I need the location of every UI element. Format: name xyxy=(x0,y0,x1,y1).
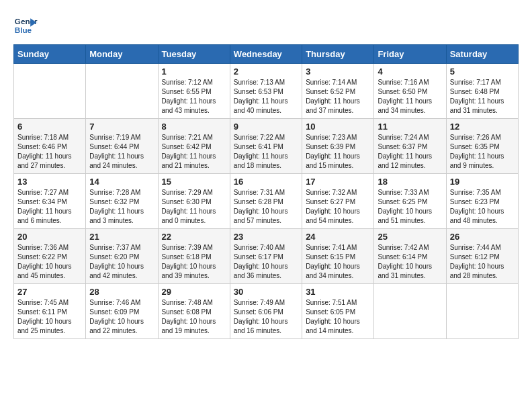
calendar-cell: 12Sunrise: 7:26 AM Sunset: 6:35 PM Dayli… xyxy=(446,119,518,174)
day-number: 1 xyxy=(162,66,226,77)
day-content: Sunrise: 7:12 AM Sunset: 6:55 PM Dayligh… xyxy=(162,78,226,116)
page-header: General Blue xyxy=(13,13,519,38)
day-content: Sunrise: 7:41 AM Sunset: 6:15 PM Dayligh… xyxy=(306,243,370,281)
day-content: Sunrise: 7:40 AM Sunset: 6:17 PM Dayligh… xyxy=(234,243,298,281)
calendar-cell: 27Sunrise: 7:45 AM Sunset: 6:11 PM Dayli… xyxy=(14,284,86,339)
day-content: Sunrise: 7:18 AM Sunset: 6:46 PM Dayligh… xyxy=(17,133,82,171)
day-number: 20 xyxy=(17,232,82,242)
calendar-cell xyxy=(14,64,86,119)
calendar-cell: 29Sunrise: 7:48 AM Sunset: 6:08 PM Dayli… xyxy=(158,284,230,339)
calendar-cell: 25Sunrise: 7:42 AM Sunset: 6:14 PM Dayli… xyxy=(374,229,446,284)
weekday-header-cell: Saturday xyxy=(446,45,518,64)
day-number: 23 xyxy=(234,232,298,242)
day-number: 3 xyxy=(306,66,370,77)
calendar-cell xyxy=(446,284,518,339)
calendar-table: SundayMondayTuesdayWednesdayThursdayFrid… xyxy=(13,44,519,339)
calendar-cell: 22Sunrise: 7:39 AM Sunset: 6:18 PM Dayli… xyxy=(158,229,230,284)
day-content: Sunrise: 7:37 AM Sunset: 6:20 PM Dayligh… xyxy=(89,243,154,281)
calendar-cell: 31Sunrise: 7:51 AM Sunset: 6:05 PM Dayli… xyxy=(302,284,374,339)
calendar-cell: 5Sunrise: 7:17 AM Sunset: 6:48 PM Daylig… xyxy=(446,64,518,119)
calendar-cell: 15Sunrise: 7:29 AM Sunset: 6:30 PM Dayli… xyxy=(158,174,230,229)
day-content: Sunrise: 7:22 AM Sunset: 6:41 PM Dayligh… xyxy=(234,133,298,171)
calendar-cell xyxy=(374,284,446,339)
calendar-cell: 21Sunrise: 7:37 AM Sunset: 6:20 PM Dayli… xyxy=(86,229,158,284)
calendar-cell: 30Sunrise: 7:49 AM Sunset: 6:06 PM Dayli… xyxy=(230,284,302,339)
calendar-cell: 19Sunrise: 7:35 AM Sunset: 6:23 PM Dayli… xyxy=(446,174,518,229)
calendar-week-row: 1Sunrise: 7:12 AM Sunset: 6:55 PM Daylig… xyxy=(14,64,519,119)
day-content: Sunrise: 7:24 AM Sunset: 6:37 PM Dayligh… xyxy=(378,133,442,171)
day-content: Sunrise: 7:29 AM Sunset: 6:30 PM Dayligh… xyxy=(162,188,226,226)
calendar-cell: 14Sunrise: 7:28 AM Sunset: 6:32 PM Dayli… xyxy=(86,174,158,229)
day-content: Sunrise: 7:49 AM Sunset: 6:06 PM Dayligh… xyxy=(234,298,298,336)
day-content: Sunrise: 7:19 AM Sunset: 6:44 PM Dayligh… xyxy=(89,133,154,171)
day-number: 5 xyxy=(450,66,515,77)
calendar-cell: 11Sunrise: 7:24 AM Sunset: 6:37 PM Dayli… xyxy=(374,119,446,174)
weekday-header-cell: Thursday xyxy=(302,45,374,64)
day-number: 21 xyxy=(89,232,154,242)
day-number: 2 xyxy=(234,66,298,77)
calendar-cell: 13Sunrise: 7:27 AM Sunset: 6:34 PM Dayli… xyxy=(14,174,86,229)
calendar-cell: 4Sunrise: 7:16 AM Sunset: 6:50 PM Daylig… xyxy=(374,64,446,119)
logo: General Blue xyxy=(13,13,38,38)
day-number: 9 xyxy=(234,122,298,132)
day-content: Sunrise: 7:33 AM Sunset: 6:25 PM Dayligh… xyxy=(378,188,442,226)
day-content: Sunrise: 7:28 AM Sunset: 6:32 PM Dayligh… xyxy=(89,188,154,226)
day-content: Sunrise: 7:45 AM Sunset: 6:11 PM Dayligh… xyxy=(17,298,82,336)
day-number: 22 xyxy=(162,232,226,242)
weekday-header-cell: Tuesday xyxy=(158,45,230,64)
day-content: Sunrise: 7:26 AM Sunset: 6:35 PM Dayligh… xyxy=(450,133,515,171)
calendar-cell: 8Sunrise: 7:21 AM Sunset: 6:42 PM Daylig… xyxy=(158,119,230,174)
weekday-header-cell: Friday xyxy=(374,45,446,64)
day-number: 13 xyxy=(17,177,82,187)
calendar-cell: 2Sunrise: 7:13 AM Sunset: 6:53 PM Daylig… xyxy=(230,64,302,119)
calendar-cell: 28Sunrise: 7:46 AM Sunset: 6:09 PM Dayli… xyxy=(86,284,158,339)
day-content: Sunrise: 7:14 AM Sunset: 6:52 PM Dayligh… xyxy=(306,78,370,116)
day-content: Sunrise: 7:17 AM Sunset: 6:48 PM Dayligh… xyxy=(450,78,515,116)
day-content: Sunrise: 7:32 AM Sunset: 6:27 PM Dayligh… xyxy=(306,188,370,226)
day-content: Sunrise: 7:42 AM Sunset: 6:14 PM Dayligh… xyxy=(378,243,442,281)
calendar-cell: 3Sunrise: 7:14 AM Sunset: 6:52 PM Daylig… xyxy=(302,64,374,119)
logo-icon: General Blue xyxy=(13,13,38,38)
day-content: Sunrise: 7:27 AM Sunset: 6:34 PM Dayligh… xyxy=(17,188,82,226)
day-number: 7 xyxy=(89,122,154,132)
calendar-week-row: 6Sunrise: 7:18 AM Sunset: 6:46 PM Daylig… xyxy=(14,119,519,174)
calendar-cell: 17Sunrise: 7:32 AM Sunset: 6:27 PM Dayli… xyxy=(302,174,374,229)
day-number: 18 xyxy=(378,177,442,187)
day-content: Sunrise: 7:48 AM Sunset: 6:08 PM Dayligh… xyxy=(162,298,226,336)
day-content: Sunrise: 7:36 AM Sunset: 6:22 PM Dayligh… xyxy=(17,243,82,281)
day-number: 27 xyxy=(17,287,82,297)
day-number: 26 xyxy=(450,232,515,242)
day-content: Sunrise: 7:23 AM Sunset: 6:39 PM Dayligh… xyxy=(306,133,370,171)
day-number: 31 xyxy=(306,287,370,297)
day-number: 16 xyxy=(234,177,298,187)
calendar-cell xyxy=(86,64,158,119)
day-content: Sunrise: 7:16 AM Sunset: 6:50 PM Dayligh… xyxy=(378,78,442,116)
day-number: 12 xyxy=(450,122,515,132)
calendar-cell: 23Sunrise: 7:40 AM Sunset: 6:17 PM Dayli… xyxy=(230,229,302,284)
day-content: Sunrise: 7:39 AM Sunset: 6:18 PM Dayligh… xyxy=(162,243,226,281)
day-content: Sunrise: 7:31 AM Sunset: 6:28 PM Dayligh… xyxy=(234,188,298,226)
calendar-cell: 9Sunrise: 7:22 AM Sunset: 6:41 PM Daylig… xyxy=(230,119,302,174)
day-number: 30 xyxy=(234,287,298,297)
calendar-week-row: 13Sunrise: 7:27 AM Sunset: 6:34 PM Dayli… xyxy=(14,174,519,229)
day-number: 15 xyxy=(162,177,226,187)
day-content: Sunrise: 7:13 AM Sunset: 6:53 PM Dayligh… xyxy=(234,78,298,116)
day-number: 6 xyxy=(17,122,82,132)
calendar-body: 1Sunrise: 7:12 AM Sunset: 6:55 PM Daylig… xyxy=(14,64,519,339)
day-number: 4 xyxy=(378,66,442,77)
calendar-cell: 7Sunrise: 7:19 AM Sunset: 6:44 PM Daylig… xyxy=(86,119,158,174)
weekday-header-cell: Sunday xyxy=(14,45,86,64)
calendar-cell: 18Sunrise: 7:33 AM Sunset: 6:25 PM Dayli… xyxy=(374,174,446,229)
calendar-week-row: 20Sunrise: 7:36 AM Sunset: 6:22 PM Dayli… xyxy=(14,229,519,284)
calendar-week-row: 27Sunrise: 7:45 AM Sunset: 6:11 PM Dayli… xyxy=(14,284,519,339)
day-number: 28 xyxy=(89,287,154,297)
calendar-cell: 16Sunrise: 7:31 AM Sunset: 6:28 PM Dayli… xyxy=(230,174,302,229)
day-content: Sunrise: 7:44 AM Sunset: 6:12 PM Dayligh… xyxy=(450,243,515,281)
svg-text:Blue: Blue xyxy=(15,26,32,34)
day-number: 10 xyxy=(306,122,370,132)
calendar-cell: 10Sunrise: 7:23 AM Sunset: 6:39 PM Dayli… xyxy=(302,119,374,174)
day-content: Sunrise: 7:35 AM Sunset: 6:23 PM Dayligh… xyxy=(450,188,515,226)
day-content: Sunrise: 7:51 AM Sunset: 6:05 PM Dayligh… xyxy=(306,298,370,336)
day-number: 29 xyxy=(162,287,226,297)
weekday-header-cell: Wednesday xyxy=(230,45,302,64)
